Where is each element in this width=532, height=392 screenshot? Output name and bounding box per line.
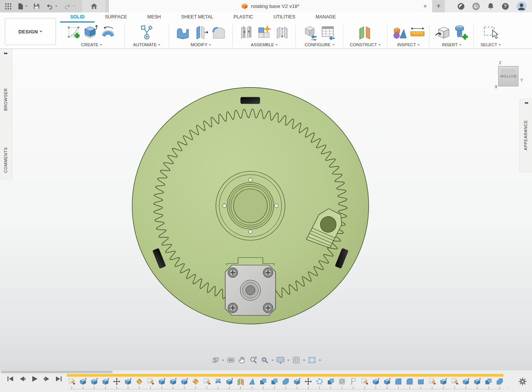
new-component-button[interactable] — [256, 24, 273, 41]
timeline-feature-extrude-icon[interactable] — [101, 377, 110, 389]
ribbon-tab-manage[interactable]: MANAGE — [306, 12, 346, 23]
timeline-feature-move-icon[interactable] — [304, 377, 312, 389]
revolve-button[interactable] — [99, 24, 117, 41]
group-label-select[interactable]: SELECT — [481, 42, 501, 47]
orbit-button[interactable] — [211, 356, 224, 365]
timeline-feature-draft-icon[interactable] — [248, 377, 256, 389]
press-pull-button[interactable] — [174, 24, 191, 41]
select-button[interactable] — [481, 24, 500, 41]
step-back-button[interactable] — [18, 375, 27, 383]
timeline-feature-extrude-icon[interactable] — [293, 377, 301, 389]
timeline-feature-extrude-icon[interactable] — [158, 377, 166, 389]
save-button[interactable] — [31, 0, 42, 12]
timeline-feature-extrude-icon[interactable] — [439, 377, 448, 389]
timeline-feature-extrude-icon[interactable] — [383, 377, 391, 389]
timeline-feature-sketch-icon[interactable] — [146, 377, 155, 389]
fillet-button[interactable] — [210, 24, 228, 41]
new-document-tab-button[interactable]: + — [432, 0, 445, 12]
fit-button[interactable] — [260, 356, 274, 365]
timeline-feature-extrude-icon[interactable] — [180, 377, 188, 389]
expand-browser-icon[interactable]: ▶▶ — [0, 49, 12, 55]
timeline-feature-sketch-icon[interactable] — [451, 377, 459, 389]
timeline-feature-combine-icon[interactable] — [327, 377, 335, 389]
ribbon-tab-solid[interactable]: SOLID — [60, 12, 95, 23]
configuration-button[interactable] — [302, 24, 319, 41]
center-bearing-hub[interactable] — [216, 171, 285, 240]
ribbon-tab-utilities[interactable]: UTILITIES — [263, 12, 305, 23]
timeline-feature-extrude-icon[interactable] — [90, 377, 98, 389]
viewports-button[interactable] — [307, 356, 321, 365]
timeline-feature-combine-icon[interactable] — [270, 377, 279, 389]
joint-origin-button[interactable] — [274, 24, 291, 41]
viewport-canvas[interactable]: ▶▶ BROWSER COMMENTS ◀◀ APPEARANCE BOTTOM… — [0, 49, 532, 370]
file-home-button[interactable] — [82, 0, 105, 12]
app-menu-button[interactable] — [2, 0, 14, 12]
file-menu-button[interactable] — [15, 0, 30, 12]
timeline-feature-revolve-icon[interactable] — [214, 377, 222, 389]
ribbon-tab-surface[interactable]: SURFACE — [95, 12, 137, 23]
timeline-feature-chamfer-icon[interactable] — [282, 377, 290, 389]
timeline-feature-flag-icon[interactable] — [349, 377, 357, 389]
insert-fastener-button[interactable] — [452, 24, 469, 41]
timeline-feature-extrude-icon[interactable] — [473, 377, 481, 389]
ribbon-tab-sheet-metal[interactable]: SHEET METAL — [171, 12, 223, 23]
pan-button[interactable] — [238, 356, 247, 365]
timeline-feature-chamfer-icon[interactable] — [496, 377, 504, 389]
redo-button[interactable] — [61, 0, 78, 12]
ribbon-tab-plastic[interactable]: PLASTIC — [223, 12, 263, 23]
browser-panel-tab[interactable]: BROWSER — [3, 88, 8, 111]
group-label-automate[interactable]: AUTOMATE — [133, 42, 161, 47]
group-label-configure[interactable]: CONFIGURE — [305, 42, 335, 47]
timeline-feature-combine-icon[interactable] — [259, 377, 267, 389]
timeline-feature-sketch-icon[interactable] — [360, 377, 369, 389]
construct-plane-button[interactable] — [356, 24, 375, 41]
timeline-scrollbar[interactable] — [1, 371, 113, 373]
expand-appearance-icon[interactable]: ◀◀ — [520, 98, 532, 104]
timeline-feature-split-icon[interactable] — [417, 377, 425, 389]
workspace-switcher-design[interactable]: DESIGN — [5, 18, 56, 45]
ribbon-tab-mesh[interactable]: MESH — [137, 12, 171, 23]
group-label-modify[interactable]: MODIFY — [191, 42, 211, 47]
close-document-button[interactable]: × — [423, 0, 427, 12]
timeline-feature-appearance-icon[interactable] — [191, 377, 200, 389]
split-body-button[interactable] — [192, 24, 209, 41]
timeline-settings-button[interactable] — [518, 377, 527, 387]
job-status-button[interactable] — [472, 2, 480, 11]
measure-button[interactable] — [391, 24, 408, 41]
go-to-end-button[interactable] — [54, 375, 63, 383]
timeline-feature-extrude-icon[interactable] — [225, 377, 234, 389]
help-button[interactable]: ? — [501, 2, 509, 11]
undo-button[interactable] — [43, 0, 60, 12]
appearance-panel-tab[interactable]: APPEARANCE — [523, 120, 528, 150]
group-label-create[interactable]: CREATE — [81, 42, 102, 47]
create-sketch-button[interactable] — [66, 24, 81, 41]
joint-button[interactable] — [238, 24, 255, 41]
timeline-feature-sketch-icon[interactable] — [428, 377, 436, 389]
extensions-button[interactable] — [457, 2, 465, 11]
timeline-feature-fillet-icon[interactable] — [394, 377, 402, 389]
timeline-feature-move-icon[interactable] — [113, 377, 121, 389]
timeline-feature-extrude-icon[interactable] — [372, 377, 380, 389]
group-label-assemble[interactable]: ASSEMBLE — [251, 42, 278, 47]
notifications-button[interactable] — [487, 2, 494, 11]
group-label-construct[interactable]: CONSTRUCT — [350, 42, 381, 47]
profile-avatar[interactable] — [516, 1, 527, 12]
go-to-start-button[interactable] — [6, 375, 15, 383]
timeline-feature-extrude-icon[interactable] — [462, 377, 470, 389]
stepper-motor[interactable] — [225, 258, 276, 315]
timeline-position-marker[interactable] — [67, 374, 503, 377]
timeline-feature-fillet-icon[interactable] — [405, 377, 414, 389]
timeline-feature-appearance-icon[interactable] — [135, 377, 143, 389]
grid-layout-button[interactable] — [292, 356, 305, 365]
timeline-feature-mirror-icon[interactable] — [237, 377, 245, 389]
look-at-button[interactable] — [226, 356, 235, 365]
insert-derive-button[interactable] — [434, 24, 451, 41]
display-settings-button[interactable] — [276, 356, 289, 365]
document-tab[interactable]: rotating base V2 v18* × — [109, 0, 432, 12]
timeline-feature-sketch-icon[interactable] — [203, 377, 211, 389]
timeline-feature-rigid-group-icon[interactable] — [338, 377, 346, 389]
timeline-feature-circular-pattern-icon[interactable] — [315, 377, 324, 389]
ruler-button[interactable] — [409, 24, 426, 41]
timeline-feature-sketch-icon[interactable] — [68, 377, 76, 389]
automate-button[interactable] — [138, 24, 155, 41]
